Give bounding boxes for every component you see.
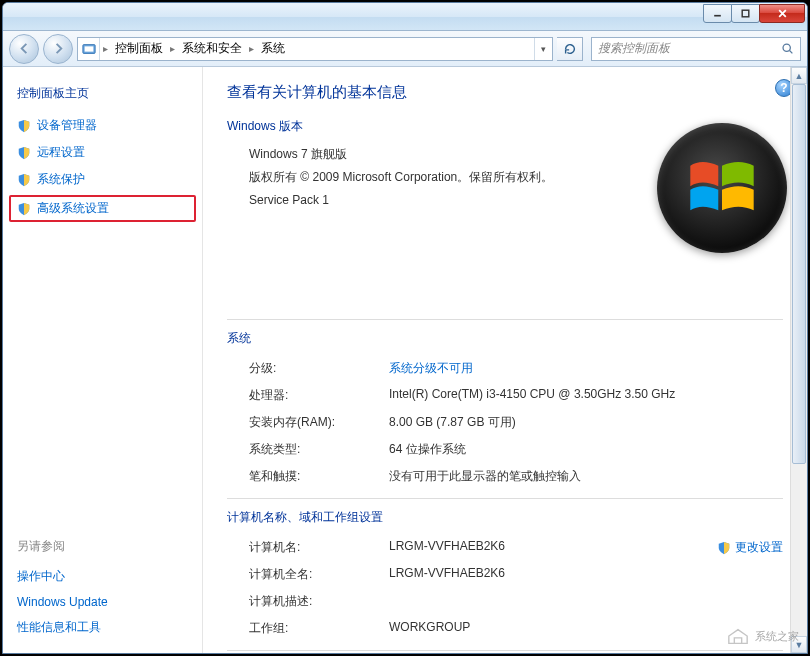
shield-icon	[17, 202, 31, 216]
row-value: 64 位操作系统	[389, 441, 783, 458]
svg-rect-1	[742, 10, 749, 17]
rating-link[interactable]: 系统分级不可用	[389, 360, 783, 377]
page-title: 查看有关计算机的基本信息	[227, 83, 783, 102]
row-label: 分级:	[249, 360, 389, 377]
breadcrumb-arrow-icon: ▸	[246, 43, 257, 54]
forward-button[interactable]	[43, 34, 73, 64]
windows-flag-icon	[681, 147, 763, 229]
sidebar-item-protection[interactable]: 系统保护	[3, 166, 202, 193]
search-icon	[781, 42, 794, 55]
main-panel: ? 查看有关计算机的基本信息 Windows 版本 Windows 7 旗舰版 …	[203, 67, 807, 653]
row-label: 笔和触摸:	[249, 468, 389, 485]
navigation-bar: ▸ 控制面板 ▸ 系统和安全 ▸ 系统 ▾ 搜索控制面板	[3, 31, 807, 67]
address-bar[interactable]: ▸ 控制面板 ▸ 系统和安全 ▸ 系统 ▾	[77, 37, 553, 61]
table-row: 笔和触摸:没有可用于此显示器的笔或触控输入	[249, 463, 783, 490]
row-value: LRGM-VVFHAEB2K6	[389, 566, 783, 583]
seealso-action-center[interactable]: 操作中心	[3, 563, 202, 590]
content-area: 控制面板主页 设备管理器 远程设置 系统保护 高级系统设置 另请参阅 操作中心 …	[3, 67, 807, 653]
window-controls	[704, 4, 805, 23]
shield-icon	[717, 541, 731, 555]
control-panel-icon	[78, 38, 100, 60]
row-label: 处理器:	[249, 387, 389, 404]
row-label: 系统类型:	[249, 441, 389, 458]
row-label: 工作组:	[249, 620, 389, 637]
svg-line-5	[790, 51, 793, 54]
scrollbar[interactable]: ▲ ▼	[790, 67, 807, 653]
sidebar-item-label: 高级系统设置	[37, 200, 109, 217]
windows-logo	[657, 123, 787, 253]
divider	[227, 650, 783, 651]
sidebar: 控制面板主页 设备管理器 远程设置 系统保护 高级系统设置 另请参阅 操作中心 …	[3, 67, 203, 653]
shield-icon	[17, 173, 31, 187]
row-value: Intel(R) Core(TM) i3-4150 CPU @ 3.50GHz …	[389, 387, 783, 404]
sidebar-heading: 控制面板主页	[3, 85, 202, 112]
row-label: 计算机描述:	[249, 593, 389, 610]
sidebar-item-device-manager[interactable]: 设备管理器	[3, 112, 202, 139]
sidebar-item-label: 远程设置	[37, 144, 85, 161]
search-input[interactable]: 搜索控制面板	[591, 37, 801, 61]
row-value: 8.00 GB (7.87 GB 可用)	[389, 414, 783, 431]
minimize-button[interactable]	[703, 4, 732, 23]
refresh-button[interactable]	[557, 37, 583, 61]
breadcrumb-arrow-icon: ▸	[100, 43, 111, 54]
svg-point-4	[783, 44, 790, 51]
back-button[interactable]	[9, 34, 39, 64]
seealso-windows-update[interactable]: Windows Update	[3, 590, 202, 614]
section-name-title: 计算机名称、域和工作组设置	[227, 509, 783, 526]
table-row: 系统类型:64 位操作系统	[249, 436, 783, 463]
search-placeholder: 搜索控制面板	[598, 40, 670, 57]
row-value: 没有可用于此显示器的笔或触控输入	[389, 468, 783, 485]
table-row: 分级:系统分级不可用	[249, 355, 783, 382]
table-row: 工作组:WORKGROUP	[249, 615, 783, 642]
table-row: 计算机全名:LRGM-VVFHAEB2K6	[249, 561, 783, 588]
system-info-table: 分级:系统分级不可用 处理器:Intel(R) Core(TM) i3-4150…	[227, 355, 783, 490]
close-button[interactable]	[759, 4, 805, 23]
address-dropdown[interactable]: ▾	[534, 38, 552, 60]
maximize-button[interactable]	[731, 4, 760, 23]
table-row: 计算机名:LRGM-VVFHAEB2K6 更改设置	[249, 534, 783, 561]
breadcrumb-seg-3[interactable]: 系统	[257, 38, 289, 60]
shield-icon	[17, 119, 31, 133]
seealso-performance[interactable]: 性能信息和工具	[3, 614, 202, 641]
divider	[227, 498, 783, 499]
change-settings-link[interactable]: 更改设置	[717, 539, 783, 556]
breadcrumb-arrow-icon: ▸	[167, 43, 178, 54]
table-row: 安装内存(RAM):8.00 GB (7.87 GB 可用)	[249, 409, 783, 436]
table-row: 处理器:Intel(R) Core(TM) i3-4150 CPU @ 3.50…	[249, 382, 783, 409]
seealso-heading: 另请参阅	[3, 538, 202, 563]
sidebar-item-advanced[interactable]: 高级系统设置	[9, 195, 196, 222]
row-value: LRGM-VVFHAEB2K6	[389, 539, 717, 556]
svg-rect-3	[84, 46, 93, 51]
row-label: 计算机名:	[249, 539, 389, 556]
row-value	[389, 593, 783, 610]
sidebar-item-label: 设备管理器	[37, 117, 97, 134]
breadcrumb-seg-2[interactable]: 系统和安全	[178, 38, 246, 60]
watermark-icon	[725, 625, 751, 647]
sidebar-item-remote[interactable]: 远程设置	[3, 139, 202, 166]
breadcrumb-seg-1[interactable]: 控制面板	[111, 38, 167, 60]
shield-icon	[17, 146, 31, 160]
scroll-thumb[interactable]	[792, 84, 806, 464]
row-value: WORKGROUP	[389, 620, 783, 637]
row-label: 安装内存(RAM):	[249, 414, 389, 431]
change-settings-label: 更改设置	[735, 539, 783, 556]
watermark: 系统之家	[725, 625, 799, 647]
watermark-text: 系统之家	[755, 629, 799, 644]
divider	[227, 319, 783, 320]
computer-name-table: 计算机名:LRGM-VVFHAEB2K6 更改设置 计算机全名:LRGM-VVF…	[227, 534, 783, 642]
sidebar-item-label: 系统保护	[37, 171, 85, 188]
scroll-up-button[interactable]: ▲	[791, 67, 807, 84]
window: ▸ 控制面板 ▸ 系统和安全 ▸ 系统 ▾ 搜索控制面板 控制面板主页 设备管理…	[2, 2, 808, 654]
table-row: 计算机描述:	[249, 588, 783, 615]
titlebar	[3, 3, 807, 31]
row-label: 计算机全名:	[249, 566, 389, 583]
section-sys-title: 系统	[227, 330, 783, 347]
